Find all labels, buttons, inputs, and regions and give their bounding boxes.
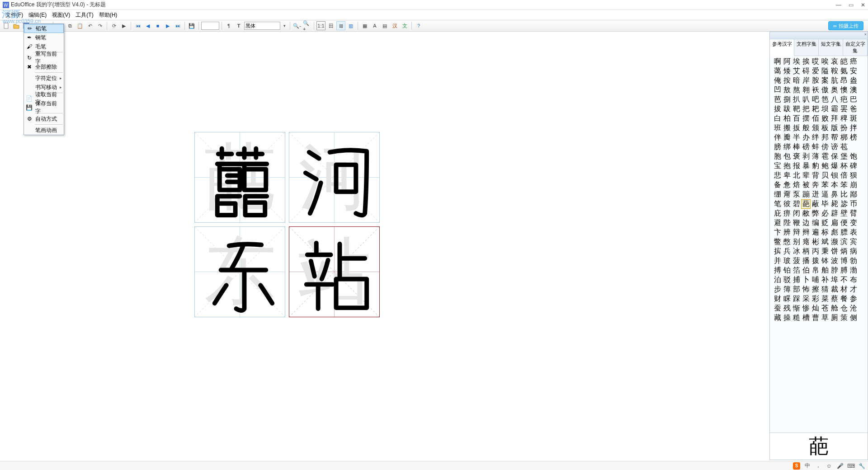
char-item[interactable]: 采 [801,294,811,304]
tb-help-icon[interactable]: ? [414,21,423,30]
tb-zoomout-icon[interactable]: 🔍- [292,21,302,30]
char-item[interactable]: 俺 [773,76,782,85]
char-item[interactable]: 猜 [820,285,830,294]
char-item[interactable]: 包 [782,152,792,161]
char-item[interactable]: 傲 [820,85,830,95]
tb-copy-icon[interactable]: ⧉ [66,21,75,30]
tb-play-icon[interactable]: ▶ [119,21,128,30]
char-item[interactable]: 胺 [811,76,820,85]
char-item[interactable]: 毖 [839,199,849,209]
char-item[interactable]: 蚌 [811,142,820,152]
char-item[interactable]: 炳 [839,247,849,256]
char-item[interactable]: 蹦 [801,190,811,199]
char-item[interactable]: 苞 [839,142,849,152]
char-item[interactable]: 蚕 [773,304,782,313]
char-item[interactable]: 伯 [801,266,811,275]
char-item[interactable]: 舱 [830,304,839,313]
char-item[interactable]: 被 [801,180,811,190]
practice-cell[interactable]: 河 [289,132,380,223]
char-item[interactable]: 罢 [839,104,849,114]
char-item[interactable]: 丙 [811,247,820,256]
char-item[interactable]: 菠 [792,256,801,266]
char-item[interactable]: 濒 [830,237,839,247]
tb-grid4-icon[interactable]: ⊞ [336,21,345,30]
char-item[interactable]: 癌 [849,57,858,66]
char-item[interactable]: 啊 [773,57,782,66]
char-item[interactable]: 本 [830,180,839,190]
char-item[interactable]: 闭 [792,209,801,218]
char-item[interactable]: 敖 [782,85,792,95]
char-item[interactable]: 坝 [820,104,830,114]
menu-help[interactable]: 帮助(H) [96,10,120,20]
char-item[interactable]: 办 [801,133,811,142]
char-item[interactable]: 币 [849,199,858,209]
char-item[interactable]: 焙 [792,180,801,190]
maximize-button[interactable]: ▭ [849,2,854,8]
tb-prev-icon[interactable]: ◀ [143,21,152,30]
tb-doc-icon[interactable]: ▦ [360,21,369,30]
char-item[interactable]: 剥 [801,152,811,161]
tb-han-icon[interactable]: 汉 [390,21,399,30]
tb-last-icon[interactable]: ⏭ [173,21,182,30]
tb-new-icon[interactable] [2,21,11,30]
char-item[interactable]: 辟 [830,209,839,218]
char-item[interactable]: 残 [782,304,792,313]
char-item[interactable]: 波 [830,256,839,266]
char-item[interactable]: 灿 [811,304,820,313]
char-item[interactable]: 参 [849,294,858,304]
char-item[interactable]: 扳 [792,123,801,133]
char-item[interactable]: 伴 [773,133,782,142]
char-item[interactable]: 叭 [801,95,811,104]
char-item[interactable]: 壁 [839,209,849,218]
char-item[interactable]: 悲 [773,171,782,180]
ime-punct[interactable]: ， [815,462,822,470]
char-item[interactable]: 怖 [801,285,811,294]
char-item[interactable]: 熬 [792,85,801,95]
tb-grid2-icon[interactable]: 田 [326,21,335,30]
char-item[interactable]: 搬 [782,123,792,133]
char-item[interactable]: 材 [839,285,849,294]
char-item[interactable]: 菜 [820,294,830,304]
minimize-button[interactable]: — [836,2,841,8]
char-item[interactable]: 鼻 [830,190,839,199]
char-item[interactable]: 铂 [782,266,792,275]
char-item[interactable]: 碧 [792,199,801,209]
char-item[interactable]: 哀 [830,57,839,66]
char-item[interactable]: 彬 [811,237,820,247]
char-item[interactable]: 补 [820,275,830,285]
dropdown-item[interactable]: ⚙自动方式 [24,114,64,123]
font-select[interactable]: 黑体 [244,22,280,30]
char-item[interactable]: 笔 [773,199,782,209]
tb-refresh-icon[interactable]: ⟳ [109,21,118,30]
char-item[interactable]: 薄 [811,152,820,161]
char-item[interactable]: 膘 [839,228,849,237]
char-item[interactable]: 报 [792,161,801,171]
char-item[interactable]: 案 [820,76,830,85]
char-item[interactable]: 饱 [849,152,858,161]
tb-paste-icon[interactable]: 📋 [75,21,85,30]
char-item[interactable]: 绷 [773,190,782,199]
ime-indicator-icon[interactable]: S [793,462,800,470]
char-item[interactable]: 滨 [839,237,849,247]
char-item[interactable]: 翱 [801,85,811,95]
char-item[interactable]: 勃 [849,256,858,266]
char-item[interactable]: 澳 [849,85,858,95]
char-item[interactable]: 比 [839,190,849,199]
char-item[interactable]: 辈 [801,171,811,180]
char-item[interactable]: 北 [792,171,801,180]
char-item[interactable]: 扁 [830,218,839,228]
ime-settings-icon[interactable]: 🔧 [858,462,865,470]
char-item[interactable]: 臂 [849,209,858,218]
char-item[interactable]: 表 [849,228,858,237]
char-item[interactable]: 邦 [820,133,830,142]
char-item[interactable]: 贝 [820,171,830,180]
char-item[interactable]: 抱 [782,161,792,171]
char-item[interactable]: 箔 [792,266,801,275]
char-item[interactable]: 保 [830,152,839,161]
char-item[interactable]: 并 [773,256,782,266]
char-item[interactable]: 版 [830,123,839,133]
char-item[interactable]: 背 [811,171,820,180]
char-item[interactable]: 驳 [782,275,792,285]
char-item[interactable]: 病 [849,247,858,256]
menu-file[interactable]: 文件(F) [3,10,26,20]
